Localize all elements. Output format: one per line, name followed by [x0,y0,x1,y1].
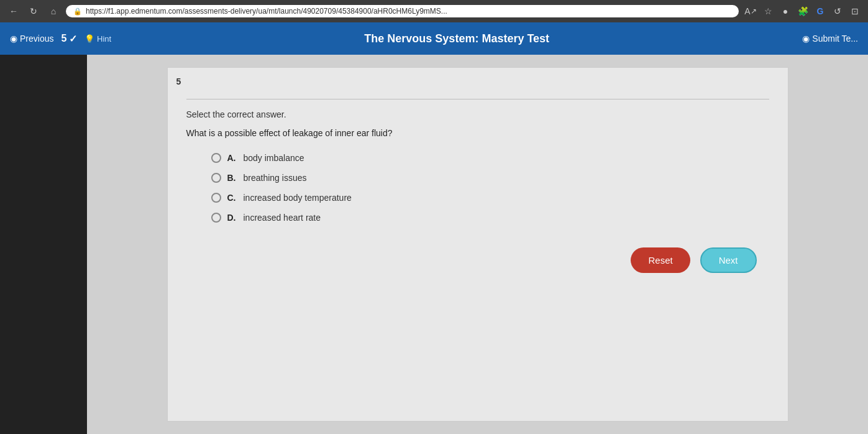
question-number-nav[interactable]: 5 ✓ [61,33,77,45]
reset-button[interactable]: Reset [631,247,690,273]
toolbar-icons: A↗ ☆ ● 🧩 G ↺ ⊡ [744,4,862,18]
refresh-button[interactable]: ↻ [26,4,41,19]
option-a-text: body imbalance [244,153,304,163]
back-button[interactable]: ← [6,4,21,19]
page-title: The Nervous System: Mastery Test [111,32,802,45]
url-text: https://f1.app.edmentum.com/assessments-… [86,7,447,16]
option-d[interactable]: D. increased heart rate [211,213,769,223]
button-row: Reset Next [186,247,769,273]
browser-toolbar: ← ↻ ⌂ 🔒 https://f1.app.edmentum.com/asse… [0,0,868,22]
profile-icon[interactable]: ● [779,4,792,18]
favorites-icon[interactable]: ☆ [761,4,775,18]
browser-icon-g: G [813,4,827,18]
question-number-label: 5 [176,76,181,86]
app-header: ◉ Previous 5 ✓ 💡 Hint The Nervous System… [0,22,868,55]
radio-a[interactable] [211,153,221,163]
refresh-icon2[interactable]: ↺ [831,4,844,18]
hint-label: Hint [97,34,111,44]
submit-label: Submit Te... [812,34,858,44]
home-button[interactable]: ⌂ [46,4,61,19]
lock-icon: 🔒 [73,7,82,16]
option-b-letter: B. [227,173,237,183]
previous-label: Previous [20,34,53,44]
previous-button[interactable]: ◉ Previous [10,34,53,44]
extensions-icon[interactable]: 🧩 [796,4,810,18]
option-a[interactable]: A. body imbalance [211,153,769,163]
submit-button[interactable]: ◉ Submit Te... [802,34,858,44]
option-d-text: increased heart rate [244,213,321,223]
browser-chrome: ← ↻ ⌂ 🔒 https://f1.app.edmentum.com/asse… [0,0,868,22]
instruction-text: Select the correct answer. [186,109,769,119]
question-nav-number: 5 [61,33,66,44]
address-bar[interactable]: 🔒 https://f1.app.edmentum.com/assessment… [66,5,739,17]
split-view-icon[interactable]: ⊡ [848,4,862,18]
read-mode-icon[interactable]: A↗ [744,4,757,18]
hint-icon: 💡 [85,34,94,44]
answer-options: A. body imbalance B. breathing issues C.… [186,153,769,223]
main-content: 5 Select the correct answer. What is a p… [87,55,868,434]
next-button[interactable]: Next [700,247,757,273]
chevron-down-icon: ✓ [69,33,77,45]
previous-arrow-icon: ◉ [10,34,17,44]
radio-b[interactable] [211,173,221,183]
option-c-text: increased body temperature [244,193,352,203]
option-d-letter: D. [227,213,237,223]
hint-button[interactable]: 💡 Hint [85,34,111,44]
option-c-letter: C. [227,193,237,203]
question-divider [186,99,769,99]
left-panel [0,55,87,434]
question-card: 5 Select the correct answer. What is a p… [167,67,788,422]
radio-d[interactable] [211,213,221,223]
option-b[interactable]: B. breathing issues [211,173,769,183]
submit-check-icon: ◉ [802,34,810,44]
radio-c[interactable] [211,193,221,203]
option-b-text: breathing issues [244,173,307,183]
question-text: What is a possible effect of leakage of … [186,128,769,138]
option-c[interactable]: C. increased body temperature [211,193,769,203]
option-a-letter: A. [227,153,237,163]
